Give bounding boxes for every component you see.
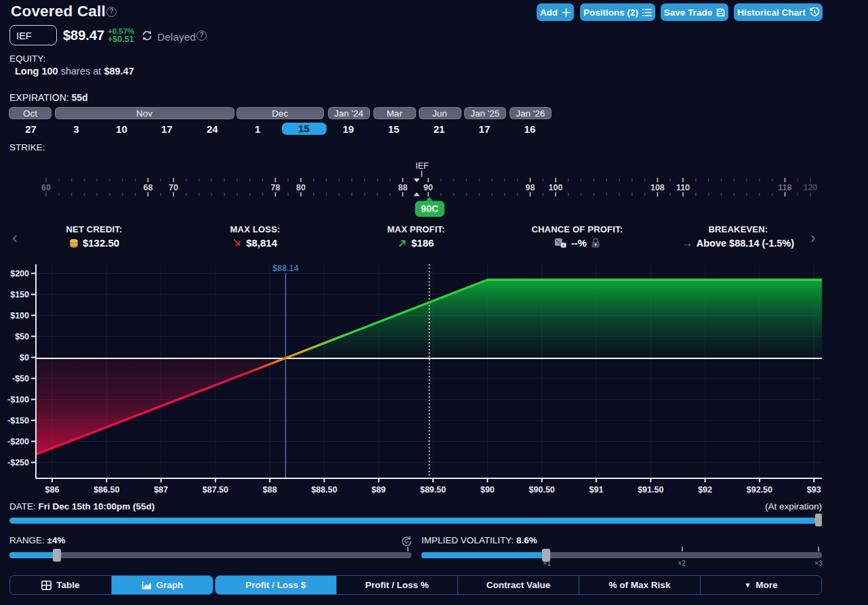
svg-text:80: 80 xyxy=(296,183,306,192)
svg-text:108: 108 xyxy=(650,183,665,192)
svg-text:$86: $86 xyxy=(45,485,60,495)
svg-text:-$50: -$50 xyxy=(12,374,29,383)
svg-text:-$150: -$150 xyxy=(7,416,29,425)
svg-text:$89: $89 xyxy=(371,485,386,495)
svg-text:$88: $88 xyxy=(263,485,277,495)
svg-text:-$100: -$100 xyxy=(7,395,29,404)
svg-text:$200: $200 xyxy=(10,269,29,278)
svg-text:-$200: -$200 xyxy=(7,437,29,446)
svg-text:78: 78 xyxy=(270,183,280,192)
svg-text:90: 90 xyxy=(423,183,433,192)
svg-text:90C: 90C xyxy=(421,203,438,214)
svg-text:100: 100 xyxy=(549,183,563,192)
svg-text:$90: $90 xyxy=(480,485,495,495)
svg-text:$91: $91 xyxy=(590,485,604,495)
svg-text:$150: $150 xyxy=(10,290,29,299)
svg-text:-$250: -$250 xyxy=(7,458,29,467)
svg-text:$89.50: $89.50 xyxy=(420,485,446,495)
svg-text:68: 68 xyxy=(143,183,152,192)
svg-text:$88.14: $88.14 xyxy=(272,264,298,273)
svg-text:$90.50: $90.50 xyxy=(529,485,555,495)
svg-text:98: 98 xyxy=(525,183,535,192)
svg-text:$86.50: $86.50 xyxy=(94,485,119,495)
svg-text:120: 120 xyxy=(804,183,818,192)
svg-text:88: 88 xyxy=(398,183,407,192)
svg-text:$50: $50 xyxy=(15,332,29,341)
svg-text:$91.50: $91.50 xyxy=(638,485,663,495)
svg-text:$92: $92 xyxy=(698,485,712,495)
svg-text:$87: $87 xyxy=(154,485,168,495)
svg-text:60: 60 xyxy=(41,183,51,192)
svg-text:$100: $100 xyxy=(10,311,29,320)
svg-text:$87.50: $87.50 xyxy=(203,485,228,495)
svg-text:110: 110 xyxy=(676,183,690,192)
svg-text:70: 70 xyxy=(169,183,178,192)
svg-text:IEF: IEF xyxy=(415,161,429,171)
svg-text:$88.50: $88.50 xyxy=(311,485,337,495)
svg-text:$0: $0 xyxy=(20,353,29,362)
svg-text:$93: $93 xyxy=(807,485,821,495)
svg-text:$92.50: $92.50 xyxy=(747,485,772,495)
svg-text:118: 118 xyxy=(778,183,791,192)
